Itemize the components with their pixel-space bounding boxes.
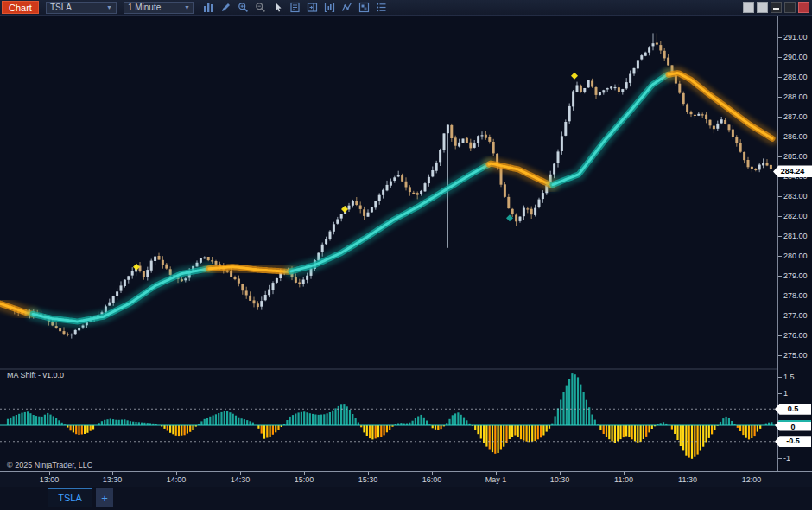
histogram-bar [363,425,365,432]
histogram-bar [645,425,647,437]
histogram-bar [312,414,314,425]
histogram-bar [377,425,379,437]
candle-body [302,280,305,284]
histogram-bar [663,422,664,425]
tab-tsla[interactable]: TSLA [48,488,92,507]
histogram-bar [175,425,177,436]
histogram-bar [700,425,701,451]
histogram-bar [204,419,206,425]
histogram-bar [241,418,243,425]
window-button-2[interactable] [757,2,768,13]
histogram-bar [423,418,425,425]
list-icon[interactable] [376,2,387,13]
histogram-bar [163,425,165,429]
window-button-1[interactable] [743,2,754,13]
histogram-bar [643,425,644,439]
histogram-bar [115,420,117,425]
candle-body [435,163,438,171]
time-tick-label: 13:00 [40,475,60,484]
histogram-bar [124,419,125,425]
price-tick-label: 281.00 [778,232,808,240]
histogram-bar [583,392,585,425]
histogram-bar [560,400,561,426]
histogram-bar [10,418,11,425]
price-axis[interactable]: 284.24 275.00276.00277.00278.00279.00280… [777,16,812,471]
cursor-icon[interactable] [272,2,283,13]
time-axis[interactable]: 13:0013:3014:0014:3015:0015:3016:00May 1… [0,471,812,487]
add-tab-button[interactable]: + [96,488,113,507]
price-tick-label: 290.00 [778,53,808,61]
candle-body [367,213,370,217]
candle-body [424,183,427,191]
candle-body [728,124,731,130]
draw-icon[interactable] [220,2,232,13]
interval-dropdown-value: 1 Minute [128,3,161,12]
minimize-button[interactable] [771,2,782,13]
histogram-bar [671,425,673,430]
histogram-bar [534,425,536,441]
histogram-bar [697,425,699,455]
histogram-bar [480,425,482,439]
candle-body [530,209,533,215]
candle-body [416,193,419,194]
histogram-bar [720,422,721,425]
candle-body [420,191,422,194]
maximize-button[interactable] [784,2,796,13]
histogram-bar [303,411,305,425]
candle-body [758,165,761,170]
time-tick-label: 13:30 [103,475,123,484]
candle-body [378,195,381,201]
histogram-bar [594,420,596,425]
histogram-bar [327,413,328,425]
candle-body [355,201,358,205]
candle-body [629,74,631,83]
histogram-bar [726,417,727,425]
chart-plot-area[interactable] [0,16,777,471]
symbol-dropdown[interactable]: TSLA ▼ [46,2,117,14]
time-tick-label: 10:30 [550,475,570,484]
bar-type-icon[interactable] [203,2,214,13]
histogram-bar [369,425,371,438]
histogram-bar [625,425,627,437]
candle-body [652,43,655,46]
time-tick-mark [560,472,561,475]
grid-icon[interactable] [358,2,370,13]
zigzag-tool-icon[interactable] [341,2,352,13]
histogram-bar [380,425,382,437]
candle-body [485,135,487,138]
candle-body [371,207,373,213]
histogram-bar [334,408,336,425]
histogram-bar [745,425,747,438]
histogram-bar [127,420,129,425]
indicator-panel-icon[interactable] [324,2,335,13]
candle-body [621,89,624,92]
symbol-dropdown-value: TSLA [50,3,72,12]
zoom-in-icon[interactable] [238,2,249,13]
time-tick-label: 14:30 [231,475,251,484]
histogram-bar [275,425,276,432]
candle-body [701,114,704,115]
histogram-bar [520,425,522,439]
candle-body [264,295,267,300]
close-button[interactable] [798,2,809,13]
data-box-icon[interactable] [289,2,301,13]
histogram-bar [500,425,502,450]
chart-menu-button[interactable]: Chart [2,1,39,14]
histogram-bar [261,425,263,434]
time-tick-label: 12:00 [742,475,762,484]
interval-dropdown[interactable]: 1 Minute ▼ [124,2,194,14]
histogram-bar [75,425,77,434]
candle-body [268,290,270,296]
histogram-bar [70,425,72,430]
histogram-bar [238,418,239,425]
time-tick-mark [112,472,113,475]
time-tick-label: 11:30 [678,475,697,484]
zoom-out-icon[interactable] [255,2,266,13]
candle-body [694,115,696,116]
histogram-bar [389,425,390,430]
panel-icon[interactable] [307,2,318,13]
histogram-bar [41,417,43,425]
panel-borders [0,367,777,370]
histogram-bar [648,425,650,432]
candle-body [743,152,745,160]
